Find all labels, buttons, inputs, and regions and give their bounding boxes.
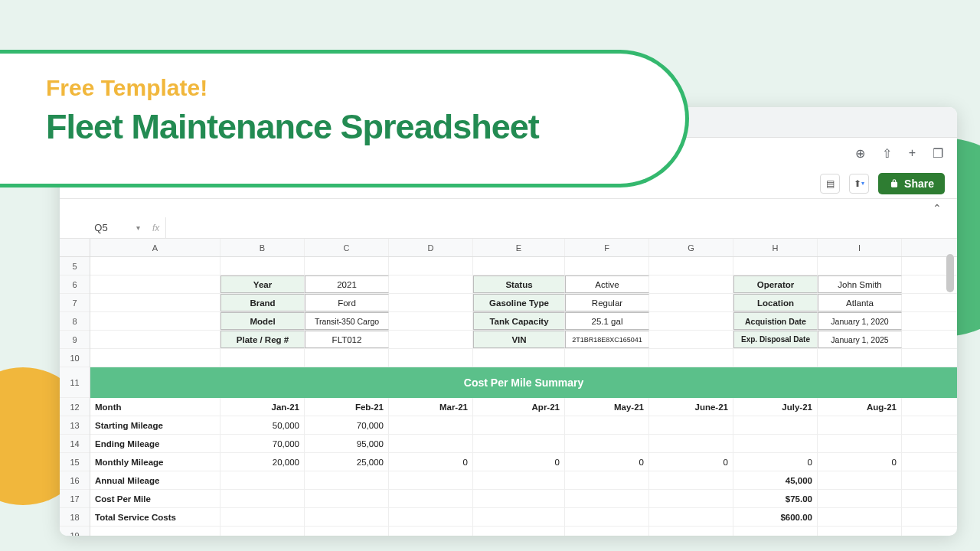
cell-value[interactable]: January 1, 2025 [818, 331, 902, 348]
cell[interactable]: 70,000 [220, 435, 305, 452]
cell[interactable] [389, 508, 473, 526]
cell-value[interactable]: Atlanta [818, 294, 902, 311]
cell[interactable] [389, 471, 473, 489]
cell[interactable] [389, 331, 473, 348]
cell[interactable] [90, 527, 220, 536]
cell[interactable] [649, 294, 733, 311]
cell-label[interactable]: Plate / Reg # [220, 331, 305, 348]
cell-value[interactable]: January 1, 2020 [818, 312, 902, 330]
share-icon[interactable]: ⇧ [882, 146, 892, 161]
cell[interactable] [649, 312, 733, 330]
row-header[interactable]: 18 [60, 508, 90, 527]
cell[interactable] [473, 471, 565, 489]
cell[interactable]: 0 [818, 453, 902, 471]
share-button[interactable]: Share [878, 173, 945, 194]
cell[interactable]: Feb-21 [305, 398, 389, 416]
cell[interactable] [389, 490, 473, 507]
row-header[interactable]: 12 [60, 398, 90, 416]
cell[interactable] [818, 508, 902, 526]
cell-label[interactable]: Status [473, 276, 565, 293]
cell[interactable] [220, 471, 305, 489]
cell[interactable] [389, 416, 473, 434]
cell[interactable] [90, 276, 220, 293]
vertical-scrollbar[interactable] [946, 254, 954, 530]
cell[interactable] [389, 257, 473, 275]
cell[interactable] [565, 435, 649, 452]
select-all-corner[interactable] [60, 239, 90, 257]
row-header[interactable]: 15 [60, 453, 90, 471]
cell[interactable] [220, 508, 305, 526]
cell[interactable] [818, 527, 902, 536]
col-header[interactable]: G [649, 239, 733, 256]
row-header[interactable]: 8 [60, 312, 90, 331]
cell-label[interactable]: VIN [473, 331, 565, 348]
cell[interactable] [90, 331, 220, 348]
formula-input[interactable] [165, 217, 957, 238]
cell[interactable] [473, 349, 565, 367]
cell[interactable] [305, 490, 389, 507]
row-header[interactable]: 16 [60, 471, 90, 490]
cell[interactable]: Aug-21 [818, 398, 902, 416]
cell-label[interactable]: Starting Mileage [90, 416, 220, 434]
cell[interactable] [90, 312, 220, 330]
cell[interactable] [733, 435, 818, 452]
cell[interactable] [649, 435, 733, 452]
cell[interactable]: 20,000 [220, 453, 305, 471]
cell[interactable] [818, 416, 902, 434]
cell[interactable] [389, 435, 473, 452]
cell[interactable] [818, 257, 902, 275]
cell[interactable] [473, 435, 565, 452]
cell[interactable] [649, 331, 733, 348]
cell-label[interactable]: Exp. Disposal Date [733, 331, 818, 348]
cell[interactable] [220, 490, 305, 507]
sheet-grid[interactable]: A B C D E F G H I [90, 239, 957, 536]
cell[interactable] [649, 490, 733, 507]
cell-value[interactable]: 25.1 gal [565, 312, 649, 330]
cell-value[interactable]: 2021 [305, 276, 389, 293]
cell-value[interactable]: Transit-350 Cargo [305, 312, 389, 330]
cell[interactable] [565, 527, 649, 536]
cell[interactable] [565, 349, 649, 367]
col-header[interactable]: B [220, 239, 305, 256]
col-header[interactable]: H [733, 239, 818, 256]
cell[interactable]: June-21 [649, 398, 733, 416]
cell[interactable]: Mar-21 [389, 398, 473, 416]
cell-label[interactable]: Operator [733, 276, 818, 293]
cell[interactable] [473, 416, 565, 434]
cell[interactable] [818, 349, 902, 367]
name-box[interactable]: Q5 [70, 222, 132, 233]
cell[interactable] [90, 294, 220, 311]
cell-label[interactable]: Total Service Costs [90, 508, 220, 526]
cell[interactable] [565, 416, 649, 434]
cell-value[interactable]: FLT012 [305, 331, 389, 348]
col-header[interactable]: C [305, 239, 389, 256]
row-header[interactable]: 14 [60, 435, 90, 453]
cell-label[interactable]: Monthly Mileage [90, 453, 220, 471]
cell[interactable]: 45,000 [733, 471, 818, 489]
cell[interactable] [818, 435, 902, 452]
cell[interactable] [649, 508, 733, 526]
cell[interactable] [818, 471, 902, 489]
cell[interactable] [305, 471, 389, 489]
col-header[interactable]: A [90, 239, 220, 256]
cell-label[interactable]: Year [220, 276, 305, 293]
cell[interactable]: July-21 [733, 398, 818, 416]
cell[interactable] [90, 257, 220, 275]
cell[interactable] [90, 349, 220, 367]
chevron-up-icon[interactable]: ⌃ [933, 202, 942, 214]
cell[interactable] [565, 490, 649, 507]
cell[interactable] [818, 490, 902, 507]
cell[interactable] [649, 276, 733, 293]
cell-value[interactable]: Regular [565, 294, 649, 311]
row-header[interactable]: 11 [60, 367, 90, 398]
cell-label[interactable]: Month [90, 398, 220, 416]
download-icon[interactable]: ⊕ [855, 146, 865, 161]
cell-label[interactable]: Annual Mileage [90, 471, 220, 489]
cell[interactable]: Jan-21 [220, 398, 305, 416]
row-header[interactable]: 17 [60, 490, 90, 508]
row-header[interactable]: 5 [60, 257, 90, 276]
cell-label[interactable]: Model [220, 312, 305, 330]
cell[interactable] [733, 416, 818, 434]
cell[interactable] [389, 276, 473, 293]
cell[interactable]: 70,000 [305, 416, 389, 434]
